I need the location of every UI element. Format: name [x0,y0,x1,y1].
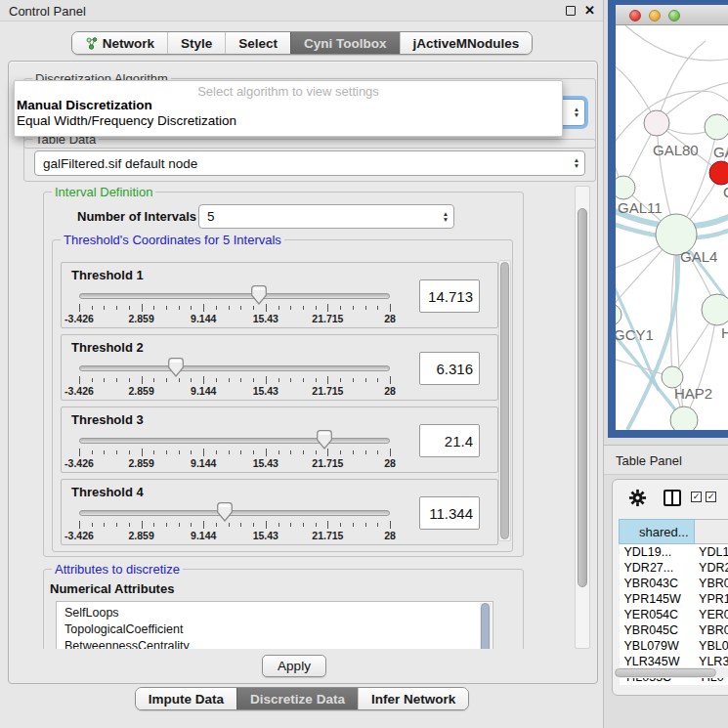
table-row[interactable]: YBR045CYBR0 [620,622,728,638]
table-row[interactable]: YPR145WYPR1 [620,591,728,607]
threshold-row: Threshold 4-3.4262.8599.14415.4321.71528 [61,479,498,545]
threshold-value-field[interactable] [419,352,480,385]
network-edge [684,310,717,420]
network-node[interactable] [702,294,728,325]
table-cell[interactable]: YBR0 [694,576,728,591]
combo-spinner-icon[interactable]: ▲▼ [569,157,584,169]
attributes-scrollbar[interactable] [480,603,492,649]
slider-thumb[interactable] [168,358,184,377]
float-window-icon[interactable] [566,6,576,16]
top-tab-network[interactable]: Network [72,32,167,54]
checkbox-icon[interactable]: ✓ [706,492,716,502]
thresholds-scrollbar[interactable] [498,260,511,541]
top-tab-select[interactable]: Select [225,32,290,54]
slider-track[interactable] [79,438,390,444]
slider-track[interactable] [79,510,390,516]
slider-ticks [79,304,390,312]
top-tabs: NetworkStyleSelectCyni ToolboxjActiveMNo… [71,31,534,55]
slider-thumb[interactable] [317,430,332,450]
top-tab-cyni-toolbox[interactable]: Cyni Toolbox [290,32,400,54]
table-row[interactable]: YDL19...YDL1 [620,544,728,560]
threshold-label: Threshold 3 [71,412,144,427]
table-cell[interactable]: YER0 [694,607,728,622]
table-cell[interactable]: YBL079W [620,638,695,654]
scrollbar-thumb[interactable] [615,668,716,677]
tick-label: 21.715 [312,530,343,541]
network-canvas[interactable]: GAL80GAGAL11CGAL4GCY1HHAP2 [616,25,728,430]
scrollbar-thumb[interactable] [481,603,490,649]
threshold-value-field[interactable] [419,279,480,313]
bottom-tab-discretize-data[interactable]: Discretize Data [236,688,358,709]
attribute-list-item[interactable]: TopologicalCoefficient [64,621,492,638]
slider-track[interactable] [79,293,390,299]
right-region: GAL80GAGAL11CGAL4GCY1HHAP2 Table Panel ✓… [604,0,728,728]
attribute-list-item[interactable]: BetweennessCentrality [64,638,492,649]
table-cell[interactable]: YBR045C [620,622,695,638]
table-panel-title: Table Panel [616,453,682,468]
minimize-traffic-icon[interactable] [649,10,661,21]
table-row[interactable]: YBL079WYBL0 [620,638,728,654]
attributes-group: Attributes to discretize Numerical Attri… [43,569,524,649]
attribute-list-item[interactable]: SelfLoops [64,605,492,621]
checkbox-icon[interactable]: ✓ [691,492,702,502]
top-tab-style[interactable]: Style [167,32,225,54]
table-cell[interactable]: YPR1 [694,591,728,607]
scrollbar-thumb[interactable] [578,208,587,587]
top-tab-jactivemnodules[interactable]: jActiveMNodules [400,32,533,54]
threshold-value-field[interactable] [419,496,480,530]
algorithm-menu-item[interactable]: Manual Discretization [15,98,562,113]
table-horizontal-scrollbar[interactable] [615,667,728,678]
network-node[interactable] [670,407,698,430]
network-node-label: GAL11 [618,199,663,216]
table-cell[interactable]: YER054C [620,607,695,622]
tick-label: -3.426 [64,457,94,469]
table-row[interactable]: YDR27...YDR2 [620,560,728,576]
zoom-traffic-icon[interactable] [668,10,680,21]
table-row[interactable]: YBR043CYBR0 [620,576,728,591]
bottom-tab-impute-data[interactable]: Impute Data [136,688,236,709]
columns-icon[interactable] [664,490,681,506]
apply-button[interactable]: Apply [262,655,326,677]
network-node-label: GAL4 [680,248,717,265]
table-cell[interactable]: YDL1 [694,544,728,560]
table-column-header[interactable]: shared... [620,520,695,544]
tick-label: 28 [384,313,396,324]
table-cell[interactable]: YBR0 [694,622,728,638]
settings-scroll-viewport: Interval Definition Number of Intervals … [16,186,573,649]
threshold-value-field[interactable] [419,424,480,457]
algorithm-menu-item[interactable]: Equal Width/Frequency Discretization [15,113,562,129]
slider-thumb[interactable] [251,285,267,305]
network-node[interactable] [644,110,669,136]
close-traffic-icon[interactable] [629,10,641,21]
table-column-header[interactable]: n [694,520,728,544]
network-icon [85,37,98,50]
slider-thumb[interactable] [217,502,233,522]
table-cell[interactable]: YBR043C [620,576,695,591]
close-icon[interactable]: ✕ [584,3,595,18]
algorithm-popup-hint: Select algorithm to view settings [15,81,562,98]
tab-label: Infer Network [371,692,455,707]
table-cell[interactable]: YDL19... [620,544,695,560]
bottom-tab-infer-network[interactable]: Infer Network [358,688,468,709]
table-row[interactable]: YER054CYER0 [620,607,728,622]
table-cell[interactable]: YBL0 [694,638,728,654]
table-cell[interactable]: YDR27... [620,560,695,576]
slider-track[interactable] [79,365,390,371]
threshold-label: Threshold 2 [71,340,144,355]
settings-vertical-scrollbar[interactable] [575,186,590,649]
network-node-selected[interactable] [709,161,728,185]
gear-icon[interactable] [628,489,647,507]
table-cell[interactable]: YPR145W [620,591,695,607]
network-node[interactable] [616,176,635,199]
network-node[interactable] [705,114,728,140]
tick-label: 21.715 [312,385,343,397]
combo-spinner-icon[interactable]: ▲▼ [569,107,584,118]
scrollbar-thumb[interactable] [500,262,509,539]
table-cell[interactable]: YDR2 [694,560,728,576]
network-view-window[interactable]: GAL80GAGAL11CGAL4GCY1HHAP2 [608,0,728,438]
table-data-combo[interactable]: galFiltered.sif default node ▲▼ [34,150,585,176]
combo-spinner-icon[interactable]: ▲▼ [438,211,453,223]
number-of-intervals-combo[interactable]: 5 ▲▼ [198,204,454,229]
tick-label: 15.43 [253,457,278,469]
network-node[interactable] [616,304,621,325]
